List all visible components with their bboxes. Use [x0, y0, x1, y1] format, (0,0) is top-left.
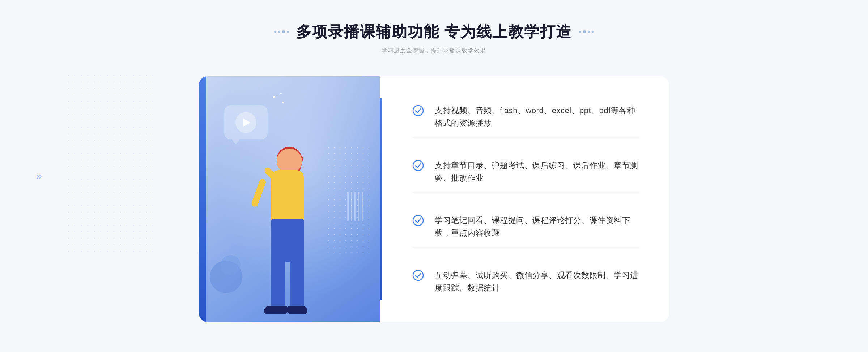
- svg-point-2: [413, 215, 423, 226]
- person-leg-right: [290, 261, 304, 308]
- deco-circle-2: [221, 255, 241, 275]
- check-icon-2: [412, 160, 424, 171]
- feature-text-1: 支持视频、音频、flash、word、excel、ppt、pdf等各种格式的资源…: [435, 104, 640, 129]
- dot: [278, 31, 280, 33]
- header-section: 多项录播课辅助功能 专为线上教学打造 学习进度全掌握，提升录播课教学效果: [274, 22, 594, 55]
- feature-item-4: 互动弹幕、试听购买、微信分享、观看次数限制、学习进度跟踪、数据统计: [412, 261, 640, 302]
- deco-stripes: [347, 192, 365, 221]
- sparkle-3: [282, 102, 284, 103]
- svg-point-0: [413, 106, 423, 116]
- dot: [579, 31, 581, 33]
- feature-item-1: 支持视频、音频、flash、word、excel、ppt、pdf等各种格式的资源…: [412, 96, 640, 138]
- dot: [583, 30, 586, 33]
- right-panel: 支持视频、音频、flash、word、excel、ppt、pdf等各种格式的资源…: [380, 76, 669, 322]
- dot: [287, 31, 289, 33]
- person-arm-left: [251, 178, 267, 207]
- svg-point-1: [413, 160, 423, 171]
- title-dots-right: [579, 30, 594, 33]
- play-triangle-icon: [243, 118, 250, 127]
- blue-accent-bar: [199, 76, 206, 322]
- main-title: 多项录播课辅助功能 专为线上教学打造: [296, 22, 572, 42]
- left-illustration: [199, 76, 380, 322]
- dot: [282, 30, 285, 33]
- person-leg-left: [271, 261, 285, 308]
- dot: [592, 31, 594, 33]
- sparkle-1: [273, 96, 275, 98]
- person-illustration: [221, 127, 336, 322]
- subtitle: 学习进度全掌握，提升录播课教学效果: [274, 47, 594, 55]
- person-shoe-right: [288, 306, 307, 314]
- feature-item-3: 学习笔记回看、课程提问、课程评论打分、课件资料下载，重点内容收藏: [412, 206, 640, 248]
- check-icon-3: [412, 215, 424, 226]
- check-icon-4: [412, 270, 424, 281]
- feature-text-3: 学习笔记回看、课程提问、课程评论打分、课件资料下载，重点内容收藏: [435, 214, 640, 239]
- svg-point-3: [413, 270, 423, 280]
- feature-item-2: 支持章节目录、弹题考试、课后练习、课后作业、章节测验、批改作业: [412, 151, 640, 193]
- person-body: [271, 170, 304, 221]
- title-dots-left: [274, 30, 289, 33]
- feature-text-2: 支持章节目录、弹题考试、课后练习、课后作业、章节测验、批改作业: [435, 159, 640, 184]
- person-shoe-left: [264, 306, 288, 314]
- header-title-row: 多项录播课辅助功能 专为线上教学打造: [274, 22, 594, 42]
- dot: [274, 31, 276, 33]
- dot: [588, 31, 590, 33]
- content-area: 支持视频、音频、flash、word、excel、ppt、pdf等各种格式的资源…: [199, 76, 669, 322]
- page-container: » 多项录播课辅助功能 专为线上教学打造 学习进度全掌握，提升录播课教学效果: [0, 0, 868, 352]
- check-icon-1: [412, 105, 424, 116]
- person-pants: [271, 219, 304, 262]
- sparkle-2: [280, 93, 282, 94]
- deco-left-arrows: »: [36, 170, 42, 182]
- feature-text-4: 互动弹幕、试听购买、微信分享、观看次数限制、学习进度跟踪、数据统计: [435, 269, 640, 294]
